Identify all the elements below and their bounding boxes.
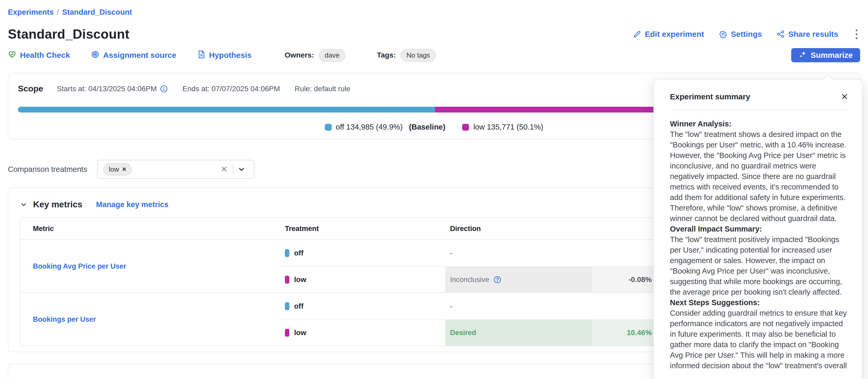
question-icon[interactable] <box>493 276 501 284</box>
comparison-label: Comparison treatments <box>8 165 87 174</box>
share-results-button[interactable]: Share results <box>777 30 838 39</box>
scope-title: Scope <box>18 84 43 94</box>
summary-divider <box>670 110 850 110</box>
health-check-link[interactable]: Health Check <box>8 50 70 61</box>
summary-title: Experiment summary <box>670 92 750 101</box>
scope-ends: Ends at: 07/07/2025 04:06PM <box>183 84 280 93</box>
treatment-cell: off <box>280 240 445 266</box>
metric-cell: Booking Avg Price per User <box>20 240 280 292</box>
chip-remove-icon[interactable]: × <box>122 165 126 173</box>
breadcrumb-current-link[interactable]: Standard_Discount <box>62 8 132 16</box>
meta-row: Health Check Assignment source Hypothesi… <box>8 48 860 62</box>
health-check-label: Health Check <box>20 51 70 60</box>
column-header-treatment: Treatment <box>280 225 445 233</box>
summary-header: Experiment summary ✕ <box>670 91 850 102</box>
scope-rule: Rule: default rule <box>294 84 350 93</box>
kebab-menu-button[interactable] <box>853 28 860 41</box>
metric-cell: Bookings per User <box>20 293 280 346</box>
owners-label: Owners: <box>285 51 314 59</box>
owner-chip[interactable]: dave <box>319 49 345 62</box>
direction-cell: - <box>445 240 592 266</box>
header-actions: Edit experiment Settings Share results <box>633 28 860 41</box>
legend-swatch-low-icon <box>462 124 469 131</box>
edit-experiment-button[interactable]: Edit experiment <box>633 30 704 39</box>
summary-section-text: Consider adding guardrail metrics to ens… <box>670 308 850 371</box>
share-results-label: Share results <box>788 30 838 39</box>
info-icon[interactable] <box>160 85 168 93</box>
breadcrumb-separator: / <box>57 8 59 16</box>
scope-starts: Starts at: 04/13/2025 04:06PM <box>57 84 168 93</box>
selected-treatment-chip[interactable]: low × <box>103 163 131 176</box>
legend-item-low: low 135,771 (50.1%) <box>462 123 543 131</box>
column-header-metric: Metric <box>20 225 280 233</box>
page-title: Standard_Discount <box>8 27 129 42</box>
tags-label: Tags: <box>377 51 396 59</box>
summarize-label: Summarize <box>811 51 853 60</box>
assignment-source-label: Assignment source <box>103 51 176 60</box>
collapse-chevron-icon[interactable] <box>20 201 27 208</box>
document-icon <box>197 50 206 61</box>
settings-label: Settings <box>731 30 762 39</box>
treatment-color-chip <box>285 302 289 310</box>
pencil-icon <box>633 30 641 38</box>
gear-icon <box>719 30 727 38</box>
select-divider <box>233 164 233 175</box>
legend-item-off: off 134,985 (49.9%) (Baseline) <box>325 123 445 131</box>
tags-chip[interactable]: No tags <box>401 49 436 62</box>
treatment-cell: low <box>280 267 445 292</box>
heart-check-icon <box>8 50 16 61</box>
breadcrumb: Experiments/Standard_Discount <box>8 0 860 16</box>
metric-link-bookings-per-user[interactable]: Bookings per User <box>33 315 96 323</box>
direction-cell: - <box>445 293 592 319</box>
treatment-color-chip <box>285 329 289 337</box>
metric-link-booking-avg-price[interactable]: Booking Avg Price per User <box>33 262 126 271</box>
hypothesis-label: Hypothesis <box>209 51 252 60</box>
target-icon <box>91 50 99 61</box>
allocation-segment-off <box>18 107 435 112</box>
close-icon[interactable]: ✕ <box>839 91 850 102</box>
direction-cell: Inconclusive <box>445 267 592 292</box>
clear-selection-icon[interactable]: ✕ <box>217 164 231 174</box>
title-row: Standard_Discount Edit experiment Settin… <box>8 27 860 42</box>
treatment-cell: off <box>280 293 445 319</box>
treatment-color-chip <box>285 276 289 284</box>
share-icon <box>777 30 785 38</box>
summary-section-heading: Winner Analysis: <box>670 118 850 129</box>
summary-section-heading: Overall Impact Summary: <box>670 224 850 234</box>
experiment-summary-panel: Experiment summary ✕ Winner Analysis: Th… <box>653 79 863 379</box>
breadcrumb-experiments-link[interactable]: Experiments <box>8 8 54 16</box>
edit-experiment-label: Edit experiment <box>645 30 704 39</box>
experiment-page: Experiments/Standard_Discount Standard_D… <box>0 0 868 379</box>
summarize-button[interactable]: Summarize <box>791 48 860 62</box>
direction-cell: Desired <box>445 320 592 346</box>
hypothesis-link[interactable]: Hypothesis <box>197 50 252 61</box>
treatment-cell: low <box>280 320 445 346</box>
summary-section-text: The "low" treatment positively impacted … <box>670 234 850 297</box>
summary-section-text: The "low" treatment shows a desired impa… <box>670 129 850 224</box>
treatment-select[interactable]: low × ✕ <box>97 160 254 179</box>
settings-button[interactable]: Settings <box>719 30 762 39</box>
treatment-color-chip <box>285 249 289 257</box>
tags-group: Tags: No tags <box>377 49 436 62</box>
sparkles-icon <box>799 50 807 61</box>
summary-section-heading: Next Steps Suggestions: <box>670 297 850 308</box>
summary-body: Winner Analysis: The "low" treatment sho… <box>670 118 850 371</box>
assignment-source-link[interactable]: Assignment source <box>91 50 176 61</box>
legend-swatch-off-icon <box>325 124 332 131</box>
key-metrics-title: Key metrics <box>33 200 82 209</box>
chevron-down-icon[interactable] <box>235 165 248 173</box>
manage-key-metrics-link[interactable]: Manage key metrics <box>96 200 168 209</box>
owners-group: Owners: dave <box>285 49 345 62</box>
column-header-direction: Direction <box>445 225 592 233</box>
